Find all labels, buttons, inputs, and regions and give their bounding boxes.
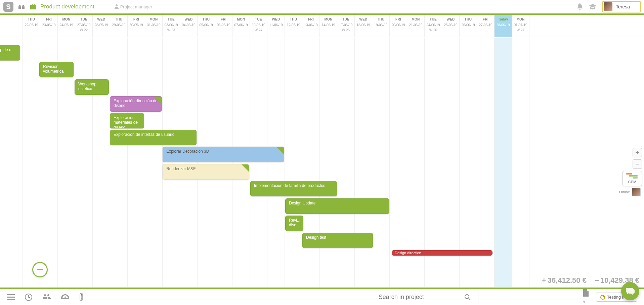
gantt-bar[interactable]: Exploración de interfaz de usuario — [110, 130, 197, 145]
gantt-bar-label: Exploración materiales de diseño — [114, 115, 138, 128]
week-label: W 22 — [75, 28, 92, 32]
svg-point-2 — [81, 294, 82, 296]
app-logo[interactable]: S — [3, 2, 13, 12]
day-column[interactable]: FRI13-06-19 — [302, 15, 320, 37]
zoom-in-button[interactable]: + — [633, 148, 642, 157]
week-label: W 26 — [425, 28, 442, 32]
day-column[interactable]: WED11-06-19 — [267, 15, 285, 37]
briefcase-icon[interactable] — [30, 3, 37, 10]
grid-column — [355, 38, 372, 287]
people-icon[interactable] — [42, 294, 51, 300]
day-column[interactable]: MON14-06-19 — [320, 15, 337, 37]
search-input[interactable] — [373, 290, 457, 304]
day-of-week: THU — [285, 17, 302, 21]
grid-column — [512, 38, 529, 287]
date-label: 21-06-19 — [407, 23, 424, 27]
gantt-bar[interactable]: shop de o — [0, 45, 20, 61]
date-label: 12-06-19 — [285, 23, 302, 27]
day-column[interactable]: WED18-06-19 — [355, 15, 372, 37]
day-column[interactable]: TUE03-06-19W 23 — [163, 15, 180, 37]
day-column[interactable]: FRI06-06-19 — [215, 15, 232, 37]
gantt-body[interactable]: shop de oRevisión volumétricaWorkshop es… — [0, 38, 644, 287]
day-column[interactable]: WED04-06-19 — [180, 15, 198, 37]
day-column[interactable]: THU26-06-19 — [460, 15, 477, 37]
chat-fab[interactable] — [621, 282, 639, 300]
gantt-bar-label: Design direction — [395, 251, 421, 255]
day-column[interactable]: TUE27-05-19W 22 — [75, 15, 93, 37]
grid-column — [128, 38, 145, 287]
day-of-week: THU — [460, 17, 477, 21]
date-label: 14-06-19 — [320, 23, 337, 27]
cpm-toggle[interactable]: CPM — [622, 171, 642, 186]
footer: ▾ Testing mode — [0, 289, 644, 305]
day-column[interactable]: FRI27-06-19 — [477, 15, 495, 37]
day-column[interactable]: MON31-05-19 — [145, 15, 163, 37]
day-of-week: TUE — [163, 17, 180, 21]
gantt-bar[interactable]: Exploración dirección de diseño — [110, 96, 162, 112]
gantt-bar[interactable]: Revi... dise... — [285, 216, 303, 231]
day-column[interactable]: MON24-05-19 — [58, 15, 75, 37]
day-column[interactable]: Today28-06-19 — [495, 15, 512, 37]
day-column[interactable]: WED25-06-19 — [442, 15, 460, 37]
gantt-bar[interactable]: Design test — [302, 233, 373, 248]
clock-icon[interactable] — [25, 294, 32, 301]
day-column[interactable]: TUE17-06-19W 25 — [337, 15, 355, 37]
date-label: 31-05-19 — [145, 23, 162, 27]
day-column[interactable]: TUE24-06-19W 26 — [425, 15, 442, 37]
grid-column — [442, 38, 460, 287]
day-column[interactable]: FRI20-06-19 — [390, 15, 407, 37]
week-label: W 24 — [250, 28, 267, 32]
day-column[interactable]: THU29-05-19 — [110, 15, 128, 37]
grid-column — [5, 38, 23, 287]
day-column[interactable]: THU22-05-19 — [23, 15, 40, 37]
date-label: 13-06-19 — [302, 23, 319, 27]
day-column[interactable]: THU19-06-19 — [372, 15, 390, 37]
day-column[interactable] — [5, 15, 23, 37]
total-positive: +36,412.50 € — [542, 276, 587, 285]
gantt-bar[interactable]: Design direction — [392, 250, 492, 256]
date-label: 10-06-19 — [250, 23, 267, 27]
gantt-bar[interactable]: Explorar Decoración 3D — [163, 147, 284, 162]
day-column[interactable]: MON21-06-19 — [407, 15, 425, 37]
gantt-bar[interactable]: Implementación de familia de productos — [250, 181, 337, 196]
gantt-bar[interactable]: Exploración materiales de diseño — [110, 113, 144, 128]
date-label: 28-05-19 — [93, 23, 110, 27]
graduation-icon[interactable] — [589, 4, 596, 9]
day-column[interactable]: FRI23-05-19 — [40, 15, 58, 37]
cpm-mini-icon — [624, 173, 640, 179]
gantt-bar-label: Exploración de interfaz de usuario — [114, 132, 174, 137]
online-avatar[interactable] — [632, 188, 641, 196]
day-column[interactable]: WED28-05-19 — [93, 15, 110, 37]
bell-icon[interactable] — [577, 3, 583, 10]
traffic-light-icon[interactable] — [79, 293, 83, 301]
day-column[interactable]: TUE10-06-19W 24 — [250, 15, 267, 37]
gantt-bar[interactable]: Workshop estético — [75, 79, 109, 95]
list-view-icon[interactable] — [7, 294, 15, 300]
day-column[interactable]: MON01-07-19W 27 — [512, 15, 529, 37]
day-of-week: MON — [232, 17, 250, 21]
zoom-out-button[interactable]: − — [633, 159, 642, 169]
date-label: 20-06-19 — [390, 23, 407, 27]
gantt-bar[interactable]: Design Update — [285, 198, 389, 214]
gantt-bar[interactable]: Revisión volumétrica — [39, 62, 74, 77]
timeline-header[interactable]: THU22-05-19FRI23-05-19MON24-05-19TUE27-0… — [0, 15, 644, 37]
search-button[interactable] — [457, 291, 478, 304]
gantt-bar[interactable]: Renderizar M&F — [163, 164, 249, 180]
user-chip[interactable]: Teresa — [602, 1, 641, 12]
day-column[interactable]: FRI30-05-19 — [128, 15, 145, 37]
date-label: 22-05-19 — [23, 23, 40, 27]
day-column[interactable]: MON07-06-19 — [232, 15, 250, 37]
add-task-fab[interactable] — [32, 262, 48, 277]
binoculars-icon[interactable] — [18, 4, 25, 10]
document-menu-icon[interactable]: ▾ — [583, 289, 589, 305]
grid-column — [407, 38, 425, 287]
grid-column — [320, 38, 337, 287]
day-column[interactable]: THU05-06-19 — [198, 15, 215, 37]
dashboard-icon[interactable] — [61, 294, 69, 300]
day-of-week: MON — [512, 17, 529, 21]
day-column[interactable]: THU12-06-19 — [285, 15, 302, 37]
day-of-week: MON — [320, 17, 337, 21]
gantt-bar-label: Explorar Decoración 3D — [166, 149, 209, 154]
project-title[interactable]: Product development — [40, 3, 94, 10]
grid-column — [75, 38, 93, 287]
